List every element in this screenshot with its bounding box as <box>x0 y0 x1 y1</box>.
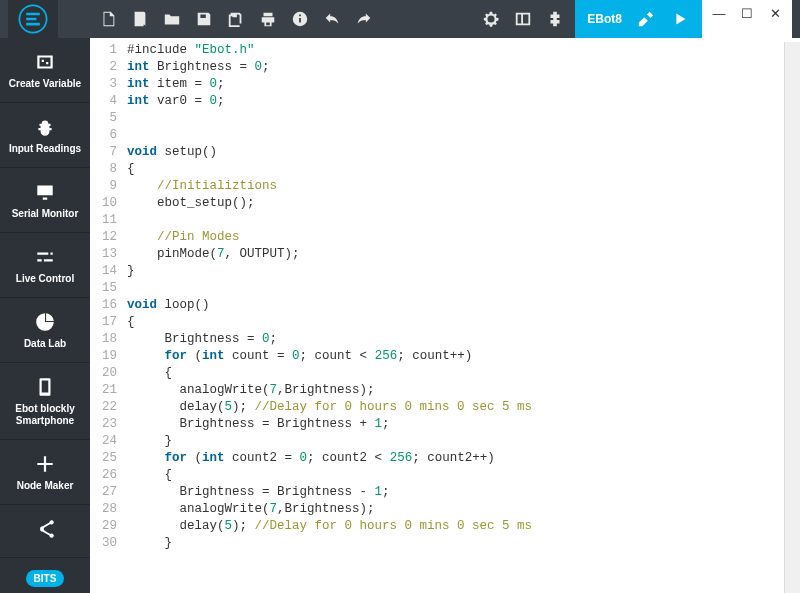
code-line[interactable] <box>127 280 784 297</box>
sidebar-item-label: Input Readings <box>9 143 81 155</box>
code-line[interactable]: pinMode(7, OUTPUT); <box>127 246 784 263</box>
sidebar-item-connections[interactable] <box>0 505 90 558</box>
sidebar-item-label: Serial Monitor <box>12 208 79 220</box>
code-line[interactable] <box>127 110 784 127</box>
sliders-icon <box>33 245 57 269</box>
new-file-icon[interactable] <box>98 9 118 29</box>
sidebar-item-live-control[interactable]: Live Control <box>0 233 90 298</box>
tools-icon[interactable] <box>636 9 656 29</box>
sidebar-item-data-lab[interactable]: Data Lab <box>0 298 90 363</box>
toolbar: EBot8 ― ☐ ✕ <box>0 0 800 38</box>
monitor-icon <box>33 180 57 204</box>
sidebar-item-label: Node Maker <box>17 480 74 492</box>
sidebar-item-label: Create Variable <box>9 78 81 90</box>
plugin-icon[interactable] <box>545 9 565 29</box>
code-line[interactable]: int var0 = 0; <box>127 93 784 110</box>
vertical-scrollbar[interactable] <box>784 42 800 593</box>
brand-badge: BITS <box>26 570 65 587</box>
code-content[interactable]: #include "Ebot.h"int Brightness = 0;int … <box>127 42 784 593</box>
code-line[interactable]: int Brightness = 0; <box>127 59 784 76</box>
open-icon[interactable] <box>162 9 182 29</box>
toolbar-settings-group <box>481 9 565 29</box>
close-button[interactable]: ✕ <box>768 6 782 20</box>
sidebar: Create VariableInput ReadingsSerial Moni… <box>0 38 90 593</box>
window-controls: ― ☐ ✕ <box>702 0 792 38</box>
minimize-button[interactable]: ― <box>712 6 726 20</box>
share-icon <box>33 517 57 541</box>
device-panel: EBot8 <box>575 0 702 38</box>
code-line[interactable]: { <box>127 365 784 382</box>
code-line[interactable]: for (int count = 0; count < 256; count++… <box>127 348 784 365</box>
variable-icon <box>33 50 57 74</box>
sidebar-item-node-maker[interactable]: Node Maker <box>0 440 90 505</box>
code-line[interactable]: } <box>127 535 784 552</box>
code-line[interactable]: void setup() <box>127 144 784 161</box>
code-line[interactable]: delay(5); //Delay for 0 hours 0 mins 0 s… <box>127 399 784 416</box>
book-icon[interactable] <box>130 9 150 29</box>
code-line[interactable]: ebot_setup(); <box>127 195 784 212</box>
code-line[interactable]: void loop() <box>127 297 784 314</box>
maximize-button[interactable]: ☐ <box>740 6 754 20</box>
sidebar-item-label: Ebot blockly Smartphone <box>4 403 86 427</box>
play-icon[interactable] <box>670 9 690 29</box>
code-line[interactable] <box>127 212 784 229</box>
code-line[interactable]: { <box>127 467 784 484</box>
sidebar-item-label: Live Control <box>16 273 74 285</box>
code-line[interactable]: //Initializtions <box>127 178 784 195</box>
sidebar-item-create-variable[interactable]: Create Variable <box>0 38 90 103</box>
sidebar-item-serial-monitor[interactable]: Serial Monitor <box>0 168 90 233</box>
undo-icon[interactable] <box>322 9 342 29</box>
redo-icon[interactable] <box>354 9 374 29</box>
phone-icon <box>33 375 57 399</box>
layout-icon[interactable] <box>513 9 533 29</box>
code-line[interactable]: } <box>127 433 784 450</box>
device-name: EBot8 <box>587 12 622 26</box>
code-line[interactable] <box>127 127 784 144</box>
print-icon[interactable] <box>258 9 278 29</box>
code-line[interactable]: { <box>127 161 784 178</box>
code-line[interactable]: Brightness = 0; <box>127 331 784 348</box>
code-line[interactable]: } <box>127 263 784 280</box>
code-line[interactable]: #include "Ebot.h" <box>127 42 784 59</box>
save-all-icon[interactable] <box>226 9 246 29</box>
bug-icon <box>33 115 57 139</box>
code-line[interactable]: analogWrite(7,Brightness); <box>127 501 784 518</box>
info-icon[interactable] <box>290 9 310 29</box>
code-line[interactable]: int item = 0; <box>127 76 784 93</box>
save-icon[interactable] <box>194 9 214 29</box>
code-line[interactable]: delay(5); //Delay for 0 hours 0 mins 0 s… <box>127 518 784 535</box>
code-line[interactable]: analogWrite(7,Brightness); <box>127 382 784 399</box>
code-editor[interactable]: 1234567891011121314151617181920212223242… <box>90 38 800 593</box>
code-line[interactable]: { <box>127 314 784 331</box>
code-line[interactable]: //Pin Modes <box>127 229 784 246</box>
code-line[interactable]: for (int count2 = 0; count2 < 256; count… <box>127 450 784 467</box>
sidebar-item-ebot-blockly[interactable]: Ebot blockly Smartphone <box>0 363 90 440</box>
code-line[interactable]: Brightness = Brightness + 1; <box>127 416 784 433</box>
sidebar-item-input-readings[interactable]: Input Readings <box>0 103 90 168</box>
code-line[interactable]: Brightness = Brightness - 1; <box>127 484 784 501</box>
app-logo <box>8 0 58 38</box>
line-gutter: 1234567891011121314151617181920212223242… <box>96 42 127 593</box>
plus-icon <box>33 452 57 476</box>
sidebar-item-label: Data Lab <box>24 338 66 350</box>
piechart-icon <box>33 310 57 334</box>
settings-icon[interactable] <box>481 9 501 29</box>
toolbar-file-group <box>98 9 374 29</box>
